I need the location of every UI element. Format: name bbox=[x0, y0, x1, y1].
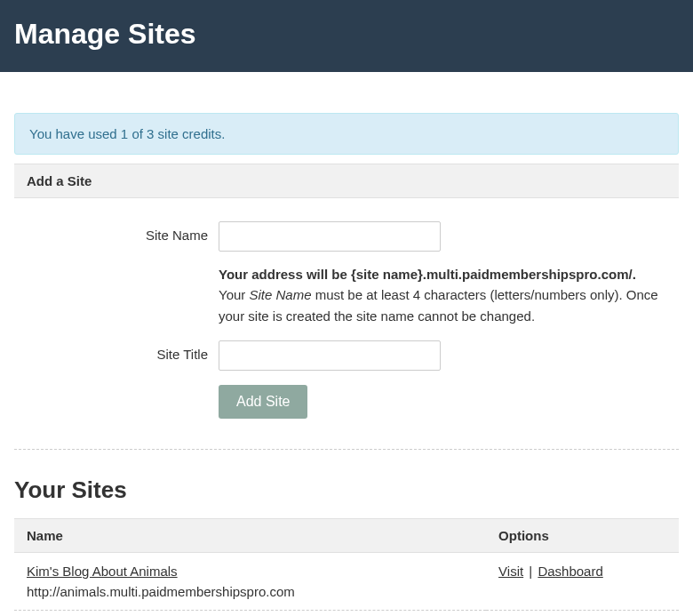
add-site-section-header: Add a Site bbox=[14, 164, 679, 198]
options-separator: | bbox=[523, 564, 538, 579]
page-title: Manage Sites bbox=[14, 18, 679, 51]
site-url-text: http://animals.multi.paidmembershipspro.… bbox=[27, 584, 474, 599]
col-options-header: Options bbox=[486, 518, 679, 552]
sites-table: Name Options Kim's Blog About Animals ht… bbox=[14, 518, 679, 611]
site-name-help-bold: Your address will be {site name}.multi.p… bbox=[219, 267, 636, 282]
site-name-row: Site Name Your address will be {site nam… bbox=[14, 221, 679, 326]
col-name-header: Name bbox=[14, 518, 486, 552]
site-name-help-em: Site Name bbox=[249, 287, 311, 302]
site-title-row: Site Title bbox=[14, 340, 679, 371]
credits-notice-text: You have used 1 of 3 site credits. bbox=[29, 126, 225, 141]
site-title-label: Site Title bbox=[14, 340, 219, 362]
submit-row: Add Site bbox=[14, 385, 679, 419]
page-content: You have used 1 of 3 site credits. Add a… bbox=[0, 113, 693, 611]
site-name-help-pre: Your bbox=[219, 287, 249, 302]
add-site-section-title: Add a Site bbox=[27, 173, 92, 188]
site-name-link[interactable]: Kim's Blog About Animals bbox=[27, 564, 178, 579]
site-name-input[interactable] bbox=[219, 221, 441, 252]
add-site-form: Site Name Your address will be {site nam… bbox=[14, 198, 679, 450]
your-sites-heading: Your Sites bbox=[14, 476, 679, 504]
site-title-input[interactable] bbox=[219, 340, 441, 371]
add-site-button[interactable]: Add Site bbox=[219, 385, 307, 419]
site-name-help: Your address will be {site name}.multi.p… bbox=[219, 264, 663, 326]
visit-link[interactable]: Visit bbox=[498, 564, 523, 579]
page-header: Manage Sites bbox=[0, 0, 693, 72]
table-row: Kim's Blog About Animals http://animals.… bbox=[14, 552, 679, 610]
site-name-label: Site Name bbox=[14, 221, 219, 243]
dashboard-link[interactable]: Dashboard bbox=[538, 564, 602, 579]
credits-notice: You have used 1 of 3 site credits. bbox=[14, 113, 679, 155]
